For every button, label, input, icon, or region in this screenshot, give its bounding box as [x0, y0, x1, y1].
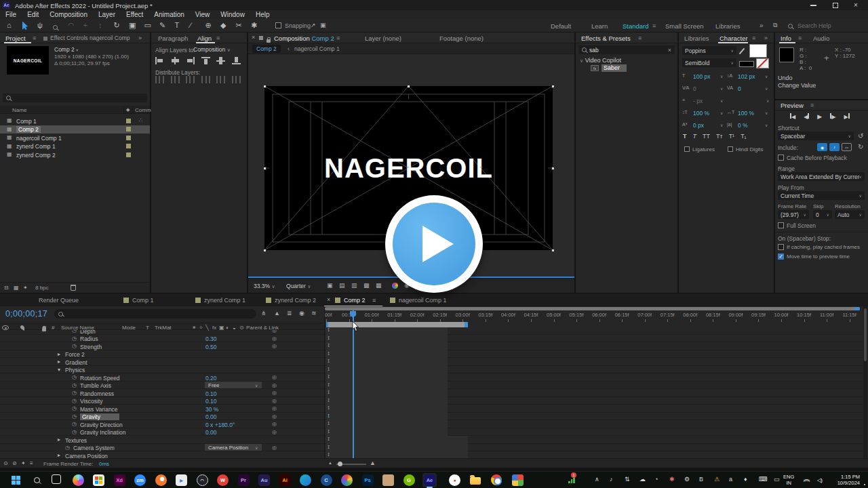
- timeline-property-row[interactable]: ◷Rotation Speed0.20◎I: [0, 373, 863, 382]
- column-trkmat[interactable]: TrkMat: [155, 325, 172, 331]
- keyframe-marker[interactable]: I: [328, 350, 330, 357]
- switch-header-icon[interactable]: ✧: [199, 325, 203, 331]
- stopwatch-icon[interactable]: ◷: [72, 382, 77, 388]
- hidden-icons-chevron-icon[interactable]: ∧: [595, 476, 599, 483]
- bluetooth-icon[interactable]: B: [699, 476, 703, 483]
- font-style-dropdown[interactable]: SemiBold∨: [682, 58, 736, 67]
- keyframe-marker[interactable]: I: [328, 382, 330, 388]
- keyframe-marker[interactable]: I: [328, 420, 330, 426]
- layer-duration-band[interactable]: [326, 444, 468, 452]
- property-value[interactable]: 0.10: [205, 398, 217, 405]
- keyframe-marker[interactable]: I: [328, 428, 330, 434]
- label-color-swatch[interactable]: [126, 136, 131, 140]
- timeline-property-row[interactable]: ▸TexturesI: [0, 436, 863, 444]
- property-value[interactable]: 0.00: [205, 413, 217, 420]
- wifi-icon[interactable]: ((: [804, 479, 810, 481]
- project-comp-name[interactable]: Comp 2 ▾: [54, 46, 78, 53]
- play-button[interactable]: ▶: [817, 113, 822, 120]
- shape-tool-icon[interactable]: ▭: [144, 21, 151, 30]
- layer-duration-band[interactable]: [326, 420, 448, 428]
- pen-tool-icon[interactable]: ✎: [159, 21, 165, 30]
- effects-group-row[interactable]: ∨ Video Copilot: [580, 57, 621, 64]
- column-source-name[interactable]: Source Name: [61, 325, 94, 331]
- blender-taskbar-icon[interactable]: [155, 474, 167, 486]
- number-column[interactable]: #: [52, 325, 54, 331]
- stroke-width-chevron[interactable]: ∨: [720, 98, 723, 103]
- property-label[interactable]: Strength: [80, 344, 102, 350]
- property-value[interactable]: 0 x +180.0°: [205, 422, 235, 428]
- property-label[interactable]: Randomness: [80, 390, 114, 397]
- language-tool-icon[interactable]: a: [729, 476, 732, 483]
- shield-warning-icon[interactable]: ⚠: [714, 476, 719, 483]
- clock[interactable]: 1:15 PM10/9/2024: [829, 474, 860, 486]
- project-search-input[interactable]: [3, 94, 147, 102]
- motion-blur-icon[interactable]: ◉: [299, 310, 304, 317]
- pick-whip-icon[interactable]: ◎: [272, 398, 277, 404]
- label-color-swatch[interactable]: [126, 152, 131, 157]
- layer-duration-band[interactable]: [326, 413, 448, 421]
- roto-brush-tool-icon[interactable]: ✂: [236, 21, 242, 30]
- workspace-small-screen[interactable]: Small Screen: [665, 22, 704, 30]
- layer-duration-band[interactable]: [326, 436, 468, 444]
- tab-preview[interactable]: Preview: [781, 102, 804, 109]
- tab-libraries[interactable]: Libraries: [684, 35, 709, 42]
- switch-header-icon[interactable]: ▣: [219, 325, 224, 331]
- video-play-overlay-button[interactable]: [385, 195, 483, 293]
- align-bottom-icon[interactable]: [232, 57, 241, 66]
- keyframe-marker[interactable]: I: [328, 327, 330, 333]
- tab-footage[interactable]: Footage (none): [439, 35, 484, 42]
- tab-zynerd-comp-1[interactable]: zynerd Comp 1: [204, 297, 245, 304]
- kerning-value[interactable]: 0: [693, 85, 696, 92]
- layer-duration-band[interactable]: [326, 358, 448, 366]
- stroke-width-value[interactable]: - px: [693, 98, 703, 104]
- keyframe-marker[interactable]: I: [328, 373, 330, 380]
- timeline-property-row[interactable]: ◷Randomness0.10◎I: [0, 389, 863, 397]
- photoshop-taskbar-icon[interactable]: Ps: [362, 474, 374, 486]
- switch-header-icon[interactable]: ⚭: [192, 325, 197, 331]
- menu-layer[interactable]: Layer: [93, 10, 121, 20]
- font-size-value[interactable]: 100 px: [693, 73, 711, 80]
- dolly-tool-icon[interactable]: ↕: [98, 21, 102, 29]
- layer-duration-band[interactable]: [326, 350, 448, 359]
- zoom-in-mountain-icon[interactable]: ▲: [370, 460, 376, 466]
- property-label[interactable]: Viscosity: [80, 398, 102, 405]
- work-area-end-handle[interactable]: [465, 322, 468, 327]
- tab-render-queue[interactable]: Render Queue: [39, 297, 79, 304]
- snap-grid-icon[interactable]: ▣: [320, 22, 326, 28]
- photos-app-taskbar-icon[interactable]: [300, 474, 311, 486]
- expand-inout-icon[interactable]: ✦: [21, 460, 26, 466]
- expand-group-icon[interactable]: ▸: [58, 351, 60, 357]
- illustrator-taskbar-icon[interactable]: Ai: [279, 474, 291, 486]
- leading-chevron[interactable]: ∨: [765, 74, 768, 79]
- active-tab-menu-icon[interactable]: ≡: [372, 297, 376, 304]
- expand-group-icon[interactable]: ▸: [58, 436, 60, 443]
- frame-blending-icon[interactable]: ≣: [287, 310, 292, 317]
- baseline-shift-chevron[interactable]: ∨: [720, 123, 723, 127]
- reset-icon[interactable]: ↺: [858, 132, 863, 140]
- skip-dropdown[interactable]: 0∨: [813, 210, 832, 219]
- file-explorer-taskbar-icon[interactable]: [470, 477, 481, 485]
- layer-duration-band[interactable]: [326, 428, 448, 436]
- keyframe-marker[interactable]: I: [328, 405, 330, 411]
- touch-keyboard-icon[interactable]: ⌨: [759, 476, 768, 483]
- faux-italic-icon[interactable]: T: [693, 133, 697, 140]
- timeline-property-row[interactable]: ▸GradientI: [0, 358, 863, 366]
- resolution-dropdown[interactable]: Quarter ∨: [286, 283, 311, 289]
- media-app-taskbar-icon[interactable]: ●: [449, 474, 460, 486]
- solo-switch-icon[interactable]: [20, 325, 24, 329]
- switch-header-icon[interactable]: fx: [212, 325, 216, 331]
- horizontal-scale-value[interactable]: 100 %: [738, 110, 754, 117]
- info-panel-menu-icon[interactable]: ≡: [798, 35, 802, 41]
- stopwatch-icon[interactable]: ◷: [72, 374, 77, 380]
- selection-handle[interactable]: [407, 85, 410, 88]
- breadcrumb-comp[interactable]: Comp 2: [252, 45, 281, 53]
- column-mode[interactable]: Mode: [122, 325, 136, 331]
- effects-item-row[interactable]: fx Saber: [591, 64, 627, 72]
- align-to-dropdown[interactable]: Composition ∨: [193, 46, 231, 53]
- switch-header-icon[interactable]: ◒: [233, 325, 236, 331]
- property-label[interactable]: Gravity: [80, 413, 119, 420]
- comp-tab-close-icon[interactable]: ×: [252, 34, 255, 41]
- first-frame-button[interactable]: ◀: [790, 113, 795, 120]
- help-search-input[interactable]: Search Help: [797, 22, 831, 29]
- last-frame-button[interactable]: ▶: [844, 113, 849, 120]
